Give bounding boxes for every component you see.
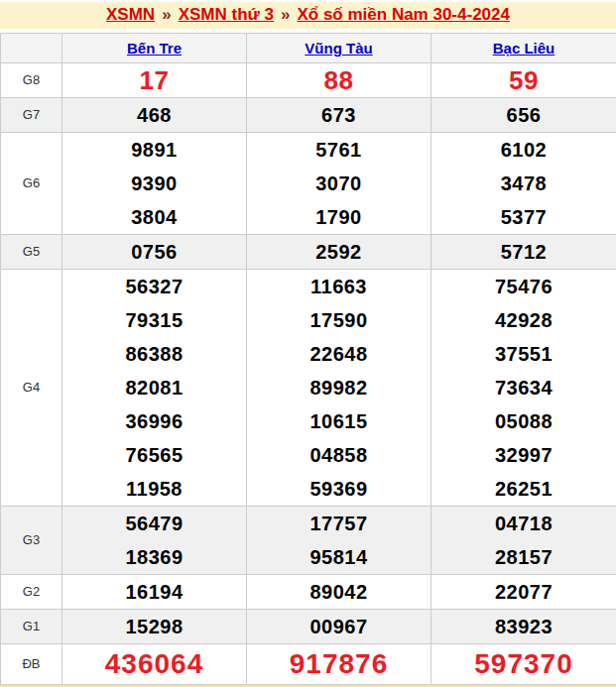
column-header-ben-tre: Bến Tre	[62, 33, 247, 62]
result-cell: 15298	[62, 609, 247, 643]
result-cell: 1775795814	[247, 506, 431, 574]
province-link-vung-tau[interactable]: Vũng Tàu	[305, 40, 372, 57]
result-cell: 17	[62, 62, 247, 97]
province-link-bac-lieu[interactable]: Bạc Liêu	[493, 40, 555, 57]
result-number: 673	[247, 98, 431, 132]
result-cell: 88	[247, 62, 431, 97]
result-number: 88	[247, 63, 431, 97]
result-number: 3804	[62, 200, 246, 234]
result-cell: 989193903804	[62, 132, 247, 234]
column-header-bac-lieu: Bạc Liêu	[431, 33, 616, 62]
result-number: 86388	[62, 337, 246, 371]
result-number: 9390	[62, 167, 246, 200]
result-cell: 436064	[62, 643, 247, 684]
table-row-G8: G8178859	[1, 62, 616, 97]
result-number: 11958	[62, 472, 246, 506]
result-cell: 59	[431, 62, 616, 97]
prize-label: ĐB	[1, 643, 62, 684]
result-number: 9891	[62, 133, 246, 167]
breadcrumb-link-xsmn[interactable]: XSMN	[106, 5, 155, 25]
result-cell: 656	[431, 97, 616, 132]
result-cell: 468	[62, 97, 247, 132]
result-cell: 0756	[62, 234, 247, 269]
result-cell: 673	[247, 97, 431, 132]
result-number: 76565	[62, 438, 246, 472]
result-number: 597370	[431, 644, 616, 684]
prize-label: G6	[1, 132, 62, 234]
breadcrumb: XSMN » XSMN thứ 3 » Xổ số miền Nam 30-4-…	[0, 2, 616, 29]
result-number: 59369	[247, 472, 431, 506]
table-row-G6: G6989193903804576130701790610234785377	[1, 132, 616, 234]
result-number: 22648	[247, 337, 431, 371]
result-number: 5377	[431, 200, 616, 234]
result-number: 22077	[431, 575, 616, 609]
result-cell: 56327793158638882081369967656511958	[62, 269, 247, 506]
table-header-row: Bến Tre Vũng Tàu Bạc Liêu	[1, 33, 616, 62]
table-row-G7: G7468673656	[1, 97, 616, 132]
result-number: 17	[62, 63, 246, 97]
result-number: 5712	[431, 235, 616, 269]
result-number: 10615	[247, 404, 431, 438]
result-number: 37551	[431, 337, 616, 371]
result-number: 56327	[62, 270, 246, 303]
result-cell: 5712	[431, 234, 616, 269]
result-number: 59	[431, 63, 616, 97]
result-number: 11663	[247, 270, 431, 303]
result-cell: 610234785377	[431, 132, 616, 234]
prize-label: G7	[1, 97, 62, 132]
breadcrumb-link-xsmn-thu-3[interactable]: XSMN thứ 3	[179, 5, 274, 25]
result-number: 6102	[431, 133, 616, 167]
result-number: 83923	[431, 610, 616, 643]
column-header-vung-tau: Vũng Tàu	[247, 33, 431, 62]
result-cell: 89042	[247, 574, 431, 609]
result-cell: 83923	[431, 609, 616, 643]
prize-label: G2	[1, 574, 62, 609]
table-row-G3: G3564791836917757958140471828157	[1, 506, 616, 574]
result-number: 05088	[431, 404, 616, 438]
result-number: 75476	[431, 270, 616, 303]
result-number: 2592	[247, 235, 431, 269]
results-table-body: G8178859G7468673656G69891939038045761307…	[1, 62, 616, 684]
table-row-G4: G456327793158638882081369967656511958116…	[1, 269, 616, 506]
result-number: 04858	[247, 438, 431, 472]
breadcrumb-link-date[interactable]: Xổ số miền Nam 30-4-2024	[297, 5, 509, 25]
result-cell: 576130701790	[247, 132, 431, 234]
result-number: 79315	[62, 303, 246, 337]
result-number: 15298	[62, 610, 246, 643]
result-cell: 11663175902264889982106150485859369	[247, 269, 431, 506]
result-cell: 75476429283755173634050883299726251	[431, 269, 616, 506]
prize-label: G4	[1, 269, 62, 506]
result-number: 89042	[247, 575, 431, 609]
prize-label: G1	[1, 609, 62, 643]
table-row-ĐB: ĐB436064917876597370	[1, 643, 616, 684]
result-number: 95814	[247, 540, 431, 574]
province-link-ben-tre[interactable]: Bến Tre	[127, 40, 182, 57]
result-number: 917876	[247, 644, 431, 684]
breadcrumb-separator: »	[281, 5, 290, 25]
prize-label: G8	[1, 62, 62, 97]
result-cell: 16194	[62, 574, 247, 609]
result-number: 04718	[431, 507, 616, 540]
result-cell: 5647918369	[62, 506, 247, 574]
result-cell: 2592	[247, 234, 431, 269]
result-cell: 0471828157	[431, 506, 616, 574]
result-number: 82081	[62, 371, 246, 404]
table-row-G1: G1152980096783923	[1, 609, 616, 643]
table-row-G2: G2161948904222077	[1, 574, 616, 609]
result-number: 36996	[62, 404, 246, 438]
result-number: 1790	[247, 200, 431, 234]
prize-label: G5	[1, 234, 62, 269]
result-number: 28157	[431, 540, 616, 574]
result-number: 17757	[247, 507, 431, 540]
result-number: 18369	[62, 540, 246, 574]
result-cell: 00967	[247, 609, 431, 643]
result-number: 42928	[431, 303, 616, 337]
result-number: 656	[431, 98, 616, 132]
result-number: 3070	[247, 167, 431, 200]
breadcrumb-separator: »	[162, 5, 171, 25]
result-number: 26251	[431, 472, 616, 506]
prize-label: G3	[1, 506, 62, 574]
result-number: 436064	[62, 644, 246, 684]
result-cell: 597370	[431, 643, 616, 684]
result-number: 17590	[247, 303, 431, 337]
